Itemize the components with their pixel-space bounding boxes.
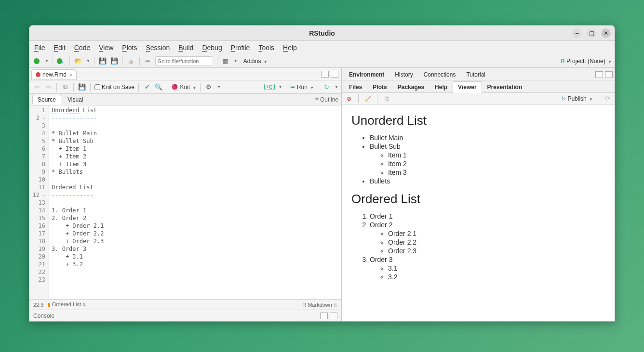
- publish-button[interactable]: ↻ Publish ▼: [561, 95, 593, 102]
- dropdown-icon[interactable]: ▼: [279, 85, 282, 89]
- tab-presentation[interactable]: Presentation: [482, 81, 528, 93]
- tab-tutorial[interactable]: Tutorial: [461, 69, 491, 80]
- new-project-icon[interactable]: R: [57, 57, 66, 65]
- menu-code[interactable]: Code: [74, 44, 90, 52]
- ordered-list: Order 1 Order 2 Order 2.1 Order 2.2 Orde…: [351, 212, 605, 281]
- tab-packages[interactable]: Packages: [392, 81, 429, 93]
- pane-min-icon[interactable]: [320, 313, 328, 319]
- editor-area[interactable]: 12 ▾3456789101112 ▾131415161718192021222…: [29, 105, 341, 299]
- section-nav[interactable]: ▮ Ordered List ⇅: [47, 301, 86, 308]
- addins-menu[interactable]: Addins ▼: [243, 58, 268, 65]
- language-mode[interactable]: R Markdown ⇅: [302, 302, 337, 308]
- viewer-tabs: Files Plots Packages Help Viewer Present…: [342, 80, 615, 93]
- list-item: Order 2.3: [388, 247, 605, 255]
- menu-session[interactable]: Session: [146, 44, 170, 52]
- dropdown-icon[interactable]: ▼: [234, 59, 238, 63]
- list-item: 3.1: [388, 264, 605, 272]
- tab-source[interactable]: Source: [32, 95, 61, 104]
- editor-toolbar: ⇦ ⇨ ⧉ 💾 Knit on Save ✔ 🔍 🧶 Knit ▼ ⚙▼ +C▼…: [29, 80, 341, 94]
- tab-help[interactable]: Help: [429, 81, 453, 93]
- code-content[interactable]: Unorderd List------------- * Bullet Main…: [49, 105, 341, 299]
- save-icon[interactable]: 💾: [78, 83, 86, 91]
- project-menu[interactable]: R Project: (None) ▼: [561, 58, 612, 65]
- goto-input[interactable]: [155, 56, 213, 66]
- popout-icon[interactable]: ⧉: [382, 94, 391, 103]
- menu-edit[interactable]: Edit: [54, 44, 66, 52]
- rstudio-window: RStudio – ▢ ✕ File Edit Code View Plots …: [29, 25, 615, 322]
- heading-unordered: Unorderd List: [351, 113, 605, 128]
- dropdown-icon[interactable]: ▼: [86, 59, 90, 63]
- save-icon[interactable]: 💾: [98, 57, 107, 65]
- menu-plots[interactable]: Plots: [122, 44, 137, 52]
- tab-visual[interactable]: Visual: [62, 95, 88, 104]
- save-all-icon[interactable]: 💾: [110, 57, 119, 65]
- file-tab-new-rmd[interactable]: new.Rmd ×: [31, 69, 77, 80]
- cursor-position: 22:3: [33, 302, 43, 308]
- back-icon[interactable]: ⇦: [32, 83, 41, 91]
- grid-icon[interactable]: ▦: [221, 57, 230, 65]
- find-icon[interactable]: 🔍: [154, 83, 163, 91]
- tab-history[interactable]: History: [389, 69, 418, 80]
- pane-max-icon[interactable]: [331, 71, 338, 78]
- menu-build[interactable]: Build: [178, 44, 193, 52]
- editor-statusbar: 22:3 ▮ Ordered List ⇅ R Markdown ⇅: [29, 299, 341, 310]
- titlebar: RStudio – ▢ ✕: [29, 26, 615, 41]
- tab-plots[interactable]: Plots: [367, 81, 392, 93]
- pane-min-icon[interactable]: [321, 71, 329, 78]
- pane-min-icon[interactable]: [595, 71, 603, 78]
- dropdown-icon[interactable]: ▼: [45, 59, 49, 63]
- environment-tabs: Environment History Connections Tutorial: [342, 68, 615, 80]
- menu-file[interactable]: File: [34, 44, 45, 52]
- menu-help[interactable]: Help: [283, 44, 297, 52]
- list-item: Order 2.1: [388, 230, 605, 237]
- viewer-content: Unorderd List Bullet Main Bullet Sub Ite…: [342, 104, 615, 321]
- dropdown-icon[interactable]: ▼: [335, 85, 338, 89]
- remove-icon[interactable]: ⊘: [345, 94, 353, 103]
- menu-view[interactable]: View: [99, 44, 113, 52]
- new-file-icon[interactable]: [32, 57, 41, 65]
- pane-max-icon[interactable]: [605, 71, 613, 78]
- refresh-icon[interactable]: ⟳: [603, 94, 612, 103]
- tab-environment[interactable]: Environment: [344, 69, 389, 80]
- print-icon[interactable]: 🖨: [127, 57, 135, 65]
- rmd-icon: [36, 72, 40, 77]
- list-item: Bullet Sub Item 1 Item 2 Item 3: [370, 143, 605, 176]
- pane-max-icon[interactable]: [330, 313, 337, 319]
- menu-debug[interactable]: Debug: [202, 44, 222, 52]
- tab-connections[interactable]: Connections: [418, 69, 461, 80]
- knit-button[interactable]: 🧶 Knit ▼: [171, 84, 196, 91]
- open-file-icon[interactable]: 📂: [74, 57, 82, 65]
- pane-controls: [321, 71, 338, 78]
- forward-icon[interactable]: ⇨: [44, 83, 53, 91]
- unordered-list: Bullet Main Bullet Sub Item 1 Item 2 Ite…: [351, 134, 605, 185]
- goto-icon[interactable]: ➦: [144, 57, 152, 65]
- restart-icon[interactable]: ↻: [322, 83, 331, 91]
- run-button[interactable]: ➡ Run ▼: [290, 84, 314, 91]
- source-pane: new.Rmd × ⇦ ⇨ ⧉ 💾 Knit on Save ✔: [29, 68, 342, 321]
- list-item: Bullet Main: [370, 134, 605, 142]
- popout-icon[interactable]: ⧉: [61, 83, 69, 91]
- tab-viewer[interactable]: Viewer: [453, 81, 482, 93]
- maximize-button[interactable]: ▢: [587, 28, 596, 38]
- list-item: Order 3 3.1 3.2: [370, 256, 605, 281]
- broom-icon[interactable]: 🧹: [363, 94, 372, 103]
- heading-ordered: Ordered List: [351, 192, 605, 207]
- knit-on-save-checkbox[interactable]: Knit on Save: [94, 84, 134, 91]
- gear-icon[interactable]: ⚙: [204, 83, 213, 91]
- menu-profile[interactable]: Profile: [231, 44, 250, 52]
- outline-button[interactable]: ≡ Outline: [315, 96, 338, 103]
- console-header[interactable]: Console: [29, 310, 341, 321]
- console-label: Console: [33, 313, 54, 319]
- dropdown-icon[interactable]: ▼: [217, 85, 221, 89]
- close-button[interactable]: ✕: [601, 28, 611, 38]
- window-title: RStudio: [29, 29, 615, 37]
- menu-tools[interactable]: Tools: [258, 44, 274, 52]
- source-view-tabs: Source Visual ≡ Outline: [29, 94, 341, 105]
- close-tab-icon[interactable]: ×: [69, 72, 72, 78]
- list-item: Item 1: [388, 151, 605, 159]
- spellcheck-icon[interactable]: ✔: [143, 83, 151, 91]
- minimize-button[interactable]: –: [572, 28, 582, 38]
- insert-chunk-button[interactable]: +C: [264, 84, 274, 90]
- line-gutter: 12 ▾3456789101112 ▾131415161718192021222…: [29, 105, 49, 299]
- tab-files[interactable]: Files: [344, 81, 367, 93]
